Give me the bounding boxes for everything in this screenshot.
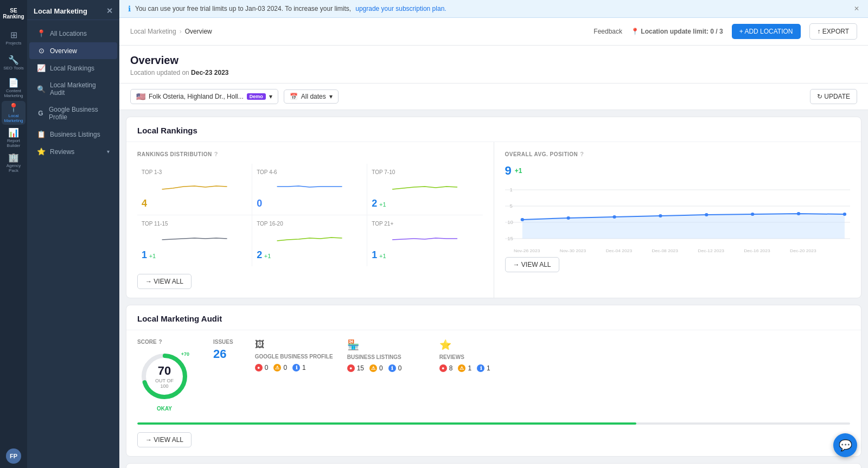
projects-icon: ⊞ [10,30,17,40]
audit-progress-remaining [636,422,850,425]
donut-score-value: 70 [151,364,178,378]
rc-sparkline-top7-10 [372,178,478,195]
date-select[interactable]: 📅 All dates ▾ [284,89,339,104]
content-scroll-area: Overview Location updated on Dec-23 2023… [119,46,868,468]
svg-point-10 [566,216,570,220]
date-icon: 📅 [290,93,298,100]
rc-change-top11-15: +1 [149,253,156,259]
update-button[interactable]: ↻ UPDATE [810,89,857,104]
business-listings-audit-counts: ● 15 ⚠ 0 ℹ 0 [347,364,429,372]
nav-label-projects: Projects [6,41,22,46]
nav-item-report-builder[interactable]: 📊 Report Builder [2,126,25,150]
date-label: All dates [301,93,326,100]
bl-red-count: ● 15 [347,364,364,372]
rc-label-top21plus: TOP 21+ [372,221,478,227]
rc-sparkline-top4-6 [257,178,362,195]
sidebar-item-all-locations[interactable]: 📍 All Locations [29,25,117,42]
sidebar-item-google-business-profile[interactable]: G Google Business Profile [29,101,117,125]
score-change-badge: +70 [181,351,189,357]
sidebar-nav: 📍 All Locations ⊙ Overview 📈 Local Ranki… [27,20,119,165]
gbp-blue-dot: ℹ [292,364,300,371]
report-builder-icon: 📊 [8,127,19,138]
date-chevron-icon: ▾ [329,93,333,100]
audit-issues: ISSUES 26 [213,339,233,412]
sidebar-item-local-rankings[interactable]: 📈 Local Rankings [29,60,117,76]
rc-value-top1-3: 4 [142,198,147,209]
svg-text:Nov-26 2023: Nov-26 2023 [513,248,540,253]
nav-item-projects[interactable]: ⊞ Projects [2,26,25,50]
sidebar-item-reviews[interactable]: ⭐ Reviews ▾ [29,143,117,160]
rankings-distribution-label: RANKINGS DISTRIBUTION ? [137,151,483,157]
nav-item-content-marketing[interactable]: 📄 Content Marketing [2,76,25,100]
reviews-red-dot: ● [439,364,447,372]
trial-banner-text: You can use your free trial limits up to… [135,5,351,12]
location-select[interactable]: 🇺🇸 Folk Osteria, Highland Dr., Holl... D… [130,89,278,104]
sidebar-item-label-all-locations: All Locations [50,30,87,37]
nav-item-seo-tools[interactable]: 🔧 SEO Tools [2,51,25,75]
sidebar-item-business-listings[interactable]: 📋 Business Listings [29,126,117,143]
ranking-cell-top16-20: TOP 16-20 2 +1 [252,215,367,266]
trial-info-icon: ℹ [128,4,131,13]
svg-point-11 [612,215,616,219]
nav-item-local-marketing[interactable]: 📍 Local Marketing [2,101,25,125]
avg-position-chart: 1 5 10 15 [505,184,851,249]
nav-label-agency-pack: Agency Pack [2,164,25,174]
local-rankings-header: Local Rankings [126,117,861,142]
bl-yellow-dot: ⚠ [369,364,377,372]
gbp-audit-title: GOOGLE BUSINESS PROFILE [255,354,336,360]
rc-sparkline-top21plus [372,230,478,246]
content-marketing-icon: 📄 [8,78,19,88]
page-title: Overview [130,54,857,67]
add-location-button[interactable]: + ADD LOCATION [732,24,801,39]
nav-label-local-marketing: Local Marketing [2,114,25,124]
business-listings-audit-icon: 🏪 [347,339,429,351]
filter-left: 🇺🇸 Folk Osteria, Highland Dr., Holl... D… [130,89,339,104]
audit-card-reviews: ⭐ REVIEWS ● 8 ⚠ 1 [439,339,521,412]
breadcrumb-separator: › [180,28,182,35]
audit-header: Local Marketing Audit [126,305,861,330]
svg-point-12 [659,214,662,217]
bl-blue-count: ℹ 0 [388,364,402,372]
export-button[interactable]: ↑ EXPORT [809,23,857,40]
feedback-link[interactable]: Feedback [593,28,622,35]
breadcrumb-parent[interactable]: Local Marketing [130,28,176,35]
rc-value-top11-15: 1 [142,249,147,260]
filter-bar: 🇺🇸 Folk Osteria, Highland Dr., Holl... D… [119,84,868,110]
nav-label-report-builder: Report Builder [2,139,25,149]
svg-point-13 [705,213,708,216]
svg-text:Dec-20 2023: Dec-20 2023 [790,248,816,253]
rankings-info-icon: ? [214,151,218,157]
audit-view-all-button[interactable]: → VIEW ALL [137,432,192,447]
rc-change-top7-10: +1 [379,201,386,208]
nav-label-content-marketing: Content Marketing [2,89,25,99]
rc-value-top21plus: 1 [372,249,377,260]
agency-pack-icon: 🏢 [8,152,19,163]
gbp-audit-counts: ● 0 ⚠ 0 ℹ 1 [255,364,336,371]
svg-text:Dec-16 2023: Dec-16 2023 [744,248,770,253]
gbp-blue-count: ℹ 1 [292,364,306,371]
sidebar-item-overview[interactable]: ⊙ Overview [29,42,117,59]
sidebar-close-icon[interactable]: ✕ [106,7,113,15]
rankings-view-all-button[interactable]: → VIEW ALL [137,274,192,289]
rankings-right: OVERALL AVG. POSITION ? 9 +1 [494,142,861,298]
svg-point-16 [843,213,846,216]
sidebar: Local Marketing ✕ 📍 All Locations ⊙ Over… [27,0,119,468]
avatar[interactable]: FP [6,448,21,464]
nav-item-agency-pack[interactable]: 🏢 Agency Pack [2,151,25,175]
chat-button[interactable]: 💬 [833,433,857,457]
donut-container: 70 OUT OF 100 +70 [137,349,192,403]
audit-card-gbp: 🖼 GOOGLE BUSINESS PROFILE ● 0 ⚠ 0 [255,339,336,412]
trial-banner-close-icon[interactable]: ✕ [854,5,859,12]
gbp-yellow-count: ⚠ 0 [273,364,287,371]
local-marketing-icon: 📍 [8,102,19,113]
avg-position-view-all-button[interactable]: → VIEW ALL [505,257,559,272]
ranking-cell-top21plus: TOP 21+ 1 +1 [367,215,482,266]
score-label: SCORE ? [137,339,192,345]
sidebar-item-local-marketing-audit[interactable]: 🔍 Local Marketing Audit [29,77,117,101]
breadcrumb: Local Marketing › Overview [130,28,212,35]
trial-upgrade-link[interactable]: upgrade your subscription plan. [355,5,446,12]
location-name: Folk Osteria, Highland Dr., Holl... [149,93,244,100]
donut-score-max: OUT OF 100 [151,378,178,389]
rc-label-top16-20: TOP 16-20 [257,221,362,227]
gbp-red-dot: ● [255,364,263,371]
